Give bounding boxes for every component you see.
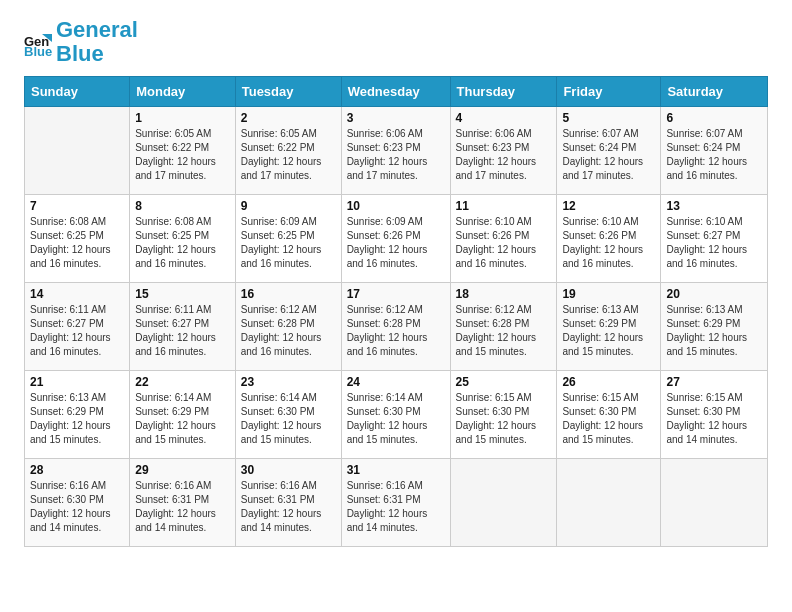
sunrise-text: Sunrise: 6:11 AM [30,304,106,315]
col-header-monday: Monday [130,77,236,107]
col-header-friday: Friday [557,77,661,107]
sunset-text: Sunset: 6:31 PM [241,494,315,505]
day-cell: 20 Sunrise: 6:13 AM Sunset: 6:29 PM Dayl… [661,283,768,371]
day-cell: 25 Sunrise: 6:15 AM Sunset: 6:30 PM Dayl… [450,371,557,459]
day-cell: 15 Sunrise: 6:11 AM Sunset: 6:27 PM Dayl… [130,283,236,371]
day-number: 29 [135,463,230,477]
day-number: 10 [347,199,445,213]
day-number: 30 [241,463,336,477]
sunset-text: Sunset: 6:28 PM [456,318,530,329]
sunrise-text: Sunrise: 6:15 AM [666,392,742,403]
page: Gen Blue General Blue SundayMondayTuesda… [0,0,792,612]
logo: Gen Blue General Blue [24,18,138,66]
daylight-text: Daylight: 12 hours and 16 minutes. [30,244,111,269]
col-header-wednesday: Wednesday [341,77,450,107]
day-info: Sunrise: 6:12 AM Sunset: 6:28 PM Dayligh… [347,303,445,359]
sunrise-text: Sunrise: 6:16 AM [347,480,423,491]
day-number: 16 [241,287,336,301]
day-cell [25,107,130,195]
day-cell: 5 Sunrise: 6:07 AM Sunset: 6:24 PM Dayli… [557,107,661,195]
day-info: Sunrise: 6:16 AM Sunset: 6:30 PM Dayligh… [30,479,124,535]
col-header-saturday: Saturday [661,77,768,107]
logo-icon: Gen Blue [24,28,52,56]
day-cell: 8 Sunrise: 6:08 AM Sunset: 6:25 PM Dayli… [130,195,236,283]
daylight-text: Daylight: 12 hours and 15 minutes. [456,420,537,445]
sunrise-text: Sunrise: 6:12 AM [456,304,532,315]
day-number: 7 [30,199,124,213]
day-cell: 18 Sunrise: 6:12 AM Sunset: 6:28 PM Dayl… [450,283,557,371]
day-cell: 11 Sunrise: 6:10 AM Sunset: 6:26 PM Dayl… [450,195,557,283]
day-info: Sunrise: 6:15 AM Sunset: 6:30 PM Dayligh… [562,391,655,447]
day-number: 26 [562,375,655,389]
day-number: 21 [30,375,124,389]
day-cell: 22 Sunrise: 6:14 AM Sunset: 6:29 PM Dayl… [130,371,236,459]
daylight-text: Daylight: 12 hours and 16 minutes. [241,332,322,357]
sunrise-text: Sunrise: 6:08 AM [30,216,106,227]
daylight-text: Daylight: 12 hours and 16 minutes. [562,244,643,269]
day-number: 31 [347,463,445,477]
day-cell [450,459,557,547]
daylight-text: Daylight: 12 hours and 16 minutes. [135,332,216,357]
sunset-text: Sunset: 6:23 PM [456,142,530,153]
day-cell: 27 Sunrise: 6:15 AM Sunset: 6:30 PM Dayl… [661,371,768,459]
sunrise-text: Sunrise: 6:10 AM [666,216,742,227]
sunset-text: Sunset: 6:30 PM [456,406,530,417]
day-cell: 21 Sunrise: 6:13 AM Sunset: 6:29 PM Dayl… [25,371,130,459]
day-cell: 24 Sunrise: 6:14 AM Sunset: 6:30 PM Dayl… [341,371,450,459]
col-header-tuesday: Tuesday [235,77,341,107]
day-number: 23 [241,375,336,389]
sunset-text: Sunset: 6:30 PM [30,494,104,505]
sunrise-text: Sunrise: 6:13 AM [30,392,106,403]
daylight-text: Daylight: 12 hours and 16 minutes. [666,244,747,269]
day-info: Sunrise: 6:14 AM Sunset: 6:29 PM Dayligh… [135,391,230,447]
sunset-text: Sunset: 6:29 PM [135,406,209,417]
day-cell: 28 Sunrise: 6:16 AM Sunset: 6:30 PM Dayl… [25,459,130,547]
sunset-text: Sunset: 6:30 PM [347,406,421,417]
day-number: 20 [666,287,762,301]
day-cell: 17 Sunrise: 6:12 AM Sunset: 6:28 PM Dayl… [341,283,450,371]
day-info: Sunrise: 6:13 AM Sunset: 6:29 PM Dayligh… [30,391,124,447]
day-cell: 19 Sunrise: 6:13 AM Sunset: 6:29 PM Dayl… [557,283,661,371]
day-info: Sunrise: 6:12 AM Sunset: 6:28 PM Dayligh… [456,303,552,359]
day-cell: 4 Sunrise: 6:06 AM Sunset: 6:23 PM Dayli… [450,107,557,195]
sunrise-text: Sunrise: 6:07 AM [562,128,638,139]
day-number: 28 [30,463,124,477]
day-info: Sunrise: 6:10 AM Sunset: 6:27 PM Dayligh… [666,215,762,271]
sunset-text: Sunset: 6:29 PM [30,406,104,417]
sunrise-text: Sunrise: 6:10 AM [562,216,638,227]
day-info: Sunrise: 6:10 AM Sunset: 6:26 PM Dayligh… [562,215,655,271]
day-number: 24 [347,375,445,389]
day-info: Sunrise: 6:07 AM Sunset: 6:24 PM Dayligh… [666,127,762,183]
sunrise-text: Sunrise: 6:09 AM [241,216,317,227]
day-info: Sunrise: 6:14 AM Sunset: 6:30 PM Dayligh… [347,391,445,447]
sunrise-text: Sunrise: 6:15 AM [562,392,638,403]
day-cell [557,459,661,547]
daylight-text: Daylight: 12 hours and 15 minutes. [135,420,216,445]
sunset-text: Sunset: 6:24 PM [562,142,636,153]
day-info: Sunrise: 6:09 AM Sunset: 6:26 PM Dayligh… [347,215,445,271]
sunrise-text: Sunrise: 6:05 AM [135,128,211,139]
col-header-sunday: Sunday [25,77,130,107]
daylight-text: Daylight: 12 hours and 15 minutes. [456,332,537,357]
day-info: Sunrise: 6:11 AM Sunset: 6:27 PM Dayligh… [135,303,230,359]
sunset-text: Sunset: 6:29 PM [666,318,740,329]
daylight-text: Daylight: 12 hours and 14 minutes. [347,508,428,533]
sunrise-text: Sunrise: 6:13 AM [666,304,742,315]
day-cell: 14 Sunrise: 6:11 AM Sunset: 6:27 PM Dayl… [25,283,130,371]
sunset-text: Sunset: 6:24 PM [666,142,740,153]
day-info: Sunrise: 6:08 AM Sunset: 6:25 PM Dayligh… [135,215,230,271]
day-cell: 6 Sunrise: 6:07 AM Sunset: 6:24 PM Dayli… [661,107,768,195]
sunset-text: Sunset: 6:28 PM [347,318,421,329]
day-info: Sunrise: 6:16 AM Sunset: 6:31 PM Dayligh… [347,479,445,535]
day-cell: 2 Sunrise: 6:05 AM Sunset: 6:22 PM Dayli… [235,107,341,195]
calendar-table: SundayMondayTuesdayWednesdayThursdayFrid… [24,76,768,547]
sunset-text: Sunset: 6:25 PM [135,230,209,241]
day-cell: 30 Sunrise: 6:16 AM Sunset: 6:31 PM Dayl… [235,459,341,547]
daylight-text: Daylight: 12 hours and 14 minutes. [135,508,216,533]
day-number: 12 [562,199,655,213]
sunrise-text: Sunrise: 6:14 AM [241,392,317,403]
day-number: 9 [241,199,336,213]
day-cell: 29 Sunrise: 6:16 AM Sunset: 6:31 PM Dayl… [130,459,236,547]
day-number: 11 [456,199,552,213]
sunrise-text: Sunrise: 6:05 AM [241,128,317,139]
